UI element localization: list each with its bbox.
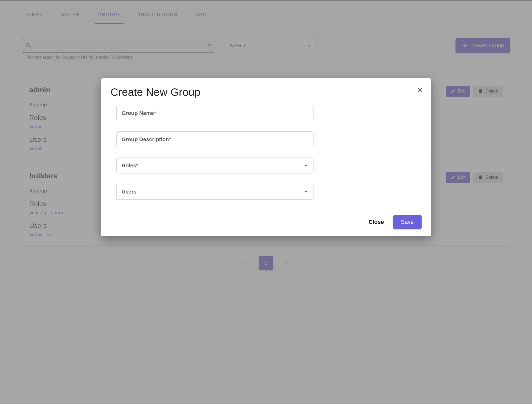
group-description-label: Group Description* — [122, 136, 171, 142]
create-group-modal: Create New Group Group Name* Group Descr… — [101, 78, 431, 236]
group-name-field[interactable]: Group Name* — [116, 105, 314, 121]
close-button[interactable] — [416, 86, 424, 94]
chevron-down-icon — [305, 191, 308, 193]
modal-title: Create New Group — [111, 86, 422, 98]
chevron-down-icon — [305, 165, 308, 167]
close-icon — [416, 86, 424, 94]
roles-select[interactable]: Roles* — [116, 158, 314, 173]
group-description-field[interactable]: Group Description* — [116, 131, 314, 147]
roles-label: Roles* — [122, 162, 138, 169]
users-label: Users — [122, 189, 137, 195]
modal-close-button[interactable]: Close — [366, 216, 386, 228]
users-select[interactable]: Users — [116, 184, 314, 200]
save-button[interactable]: Save — [393, 215, 421, 229]
modal-overlay[interactable]: Create New Group Group Name* Group Descr… — [0, 0, 532, 404]
group-name-label: Group Name* — [122, 110, 156, 116]
